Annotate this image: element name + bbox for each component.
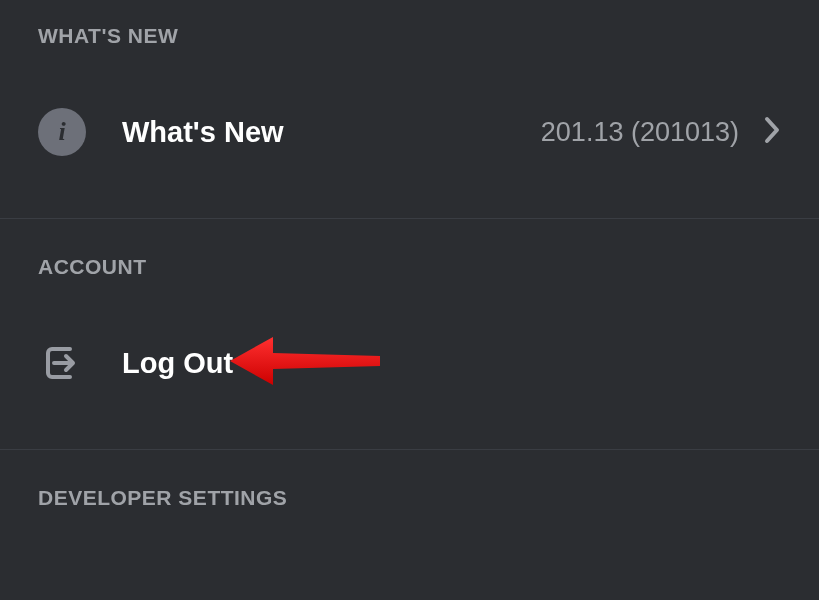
log-out-item[interactable]: Log Out	[0, 315, 819, 411]
account-section: ACCOUNT Log Out	[0, 219, 819, 449]
section-header-whatsnew: WHAT'S NEW	[0, 0, 819, 66]
section-header-account: ACCOUNT	[0, 219, 819, 297]
whats-new-label: What's New	[122, 116, 284, 149]
annotation-arrow-icon	[225, 331, 385, 395]
developer-section: DEVELOPER SETTINGS	[0, 450, 819, 528]
section-header-developer: DEVELOPER SETTINGS	[0, 450, 819, 528]
logout-icon	[38, 339, 86, 387]
whats-new-value: 201.13 (201013)	[541, 117, 739, 148]
info-icon: i	[38, 108, 86, 156]
chevron-right-icon	[763, 115, 781, 149]
whats-new-item[interactable]: i What's New 201.13 (201013)	[0, 84, 819, 180]
whats-new-section: WHAT'S NEW i What's New 201.13 (201013)	[0, 0, 819, 218]
log-out-label: Log Out	[122, 347, 233, 380]
